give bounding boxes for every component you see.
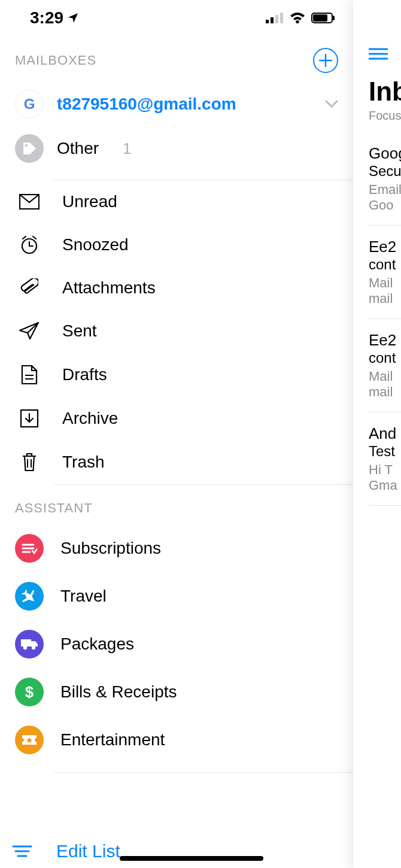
svg-rect-3 [280, 13, 283, 23]
inbox-title: Inbox [369, 77, 401, 107]
cell-signal-icon [266, 13, 284, 23]
folder-trash[interactable]: Trash [0, 440, 353, 484]
chevron-down-icon[interactable] [325, 100, 338, 108]
wifi-icon [290, 12, 305, 24]
message-preview[interactable]: Google Security Email Goo [369, 144, 401, 213]
mailboxes-label: MAILBOXES [15, 53, 96, 68]
assistant-item-label: Bills & Receipts [60, 682, 177, 702]
divider [54, 772, 353, 773]
hamburger-icon[interactable] [369, 48, 401, 60]
assistant-label: ASSISTANT [0, 485, 353, 524]
assistant-travel[interactable]: Travel [0, 572, 353, 620]
message-preview[interactable]: Ee2 cont Mail mail [369, 238, 401, 306]
folder-attachments[interactable]: Attachments [0, 266, 353, 309]
inbox-subtitle: Focused [369, 109, 401, 123]
sidebar: 3:29 [0, 0, 353, 868]
envelope-icon [18, 194, 41, 210]
battery-icon [311, 13, 335, 23]
assistant-packages[interactable]: Packages [0, 620, 353, 668]
truck-icon [15, 630, 44, 658]
edit-bar: Edit List [0, 834, 353, 868]
folder-archive[interactable]: Archive [0, 397, 353, 440]
paper-plane-icon [18, 322, 41, 340]
location-icon [67, 12, 79, 24]
message-preview[interactable]: Ee2 cont Mail mail [369, 331, 401, 400]
svg-point-7 [25, 144, 28, 147]
folder-unread[interactable]: Unread [0, 180, 353, 223]
assistant-item-label: Packages [60, 635, 134, 654]
paperclip-icon [18, 278, 41, 298]
folder-label: Sent [62, 321, 97, 341]
account-email: t82795160@gmail.com [57, 95, 312, 114]
other-row[interactable]: Other 1 [0, 127, 353, 180]
assistant-item-label: Travel [60, 587, 107, 606]
alarm-clock-icon [18, 235, 41, 254]
assistant-item-label: Entertainment [60, 730, 165, 749]
folder-drafts[interactable]: Drafts [0, 353, 353, 397]
svg-rect-0 [266, 20, 269, 23]
ticket-icon [15, 726, 44, 754]
file-icon [18, 365, 41, 385]
add-mailbox-button[interactable] [313, 48, 338, 73]
folder-label: Attachments [62, 278, 156, 298]
folder-label: Unread [62, 192, 117, 211]
assistant-item-label: Subscriptions [60, 539, 161, 558]
svg-rect-2 [275, 15, 278, 23]
folder-label: Drafts [62, 365, 107, 384]
other-label: Other [57, 139, 99, 158]
folder-label: Archive [62, 409, 118, 428]
svg-rect-5 [313, 14, 327, 22]
folder-label: Snoozed [62, 235, 129, 254]
folder-snoozed[interactable]: Snoozed [0, 223, 353, 266]
plus-icon [319, 54, 332, 67]
subscriptions-icon [15, 534, 44, 563]
message-preview[interactable]: And Test Hi T Gma [369, 424, 401, 493]
google-avatar-icon: G [15, 90, 44, 119]
other-count: 1 [123, 139, 131, 158]
folder-label: Trash [62, 453, 105, 472]
home-indicator [120, 856, 263, 861]
inbox-peek-panel[interactable]: Inbox Focused Google Security Email Goo … [353, 0, 401, 868]
assistant-entertainment[interactable]: Entertainment [0, 716, 353, 764]
svg-rect-6 [333, 16, 335, 20]
dollar-icon: $ [15, 678, 44, 706]
svg-point-11 [23, 646, 27, 650]
status-bar: 3:29 [0, 0, 353, 36]
svg-rect-1 [271, 17, 274, 23]
plane-icon [15, 582, 44, 611]
status-time: 3:29 [30, 8, 63, 28]
trash-icon [18, 452, 41, 472]
svg-point-12 [32, 646, 35, 650]
archive-icon [18, 409, 41, 428]
account-row[interactable]: G t82795160@gmail.com [0, 84, 353, 127]
assistant-subscriptions[interactable]: Subscriptions [0, 524, 353, 572]
edit-list-button[interactable]: Edit List [56, 841, 120, 861]
tag-icon [15, 134, 44, 163]
filter-icon[interactable] [12, 845, 32, 858]
folder-sent[interactable]: Sent [0, 309, 353, 353]
assistant-bills[interactable]: $ Bills & Receipts [0, 668, 353, 716]
